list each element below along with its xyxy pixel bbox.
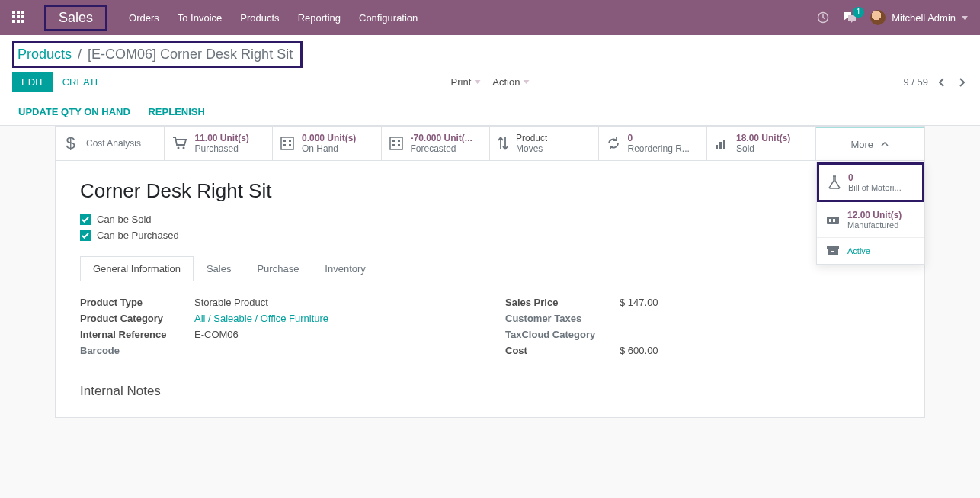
nav-products[interactable]: Products	[240, 12, 279, 24]
stat-buttons: $ Cost Analysis 11.00 Unit(s)Purchased 0…	[55, 126, 925, 160]
more-manufactured[interactable]: 12.00 Unit(s)Manufactured	[817, 202, 924, 238]
tab-purchase[interactable]: Purchase	[244, 256, 312, 281]
checkbox-icon	[80, 214, 91, 225]
breadcrumb-sep: /	[78, 47, 82, 63]
value-product-type: Storable Product	[194, 297, 268, 308]
chevron-down-icon	[523, 80, 529, 84]
svg-rect-12	[392, 144, 395, 146]
archive-icon	[826, 246, 840, 256]
cart-icon	[172, 137, 187, 150]
svg-rect-5	[283, 140, 286, 142]
tab-general-info[interactable]: General Information	[80, 256, 194, 281]
refresh-icon	[607, 137, 620, 150]
exchange-icon	[498, 136, 508, 151]
building-icon	[389, 137, 403, 150]
chat-badge: 1	[853, 7, 865, 18]
messaging-icon[interactable]: 1	[843, 11, 857, 24]
edit-button[interactable]: EDIT	[12, 72, 53, 92]
value-internal-reference: E-COM06	[194, 329, 239, 340]
chevron-down-icon	[962, 16, 968, 20]
replenish-button[interactable]: REPLENISH	[148, 106, 204, 117]
label-taxcloud: TaxCloud Category	[505, 329, 620, 340]
more-bom[interactable]: 0Bill of Materi...	[817, 162, 924, 202]
svg-rect-11	[398, 140, 400, 142]
topbar-right: 1 Mitchell Admin	[817, 10, 968, 25]
app-brand[interactable]: Sales	[44, 5, 107, 31]
topbar: Sales Orders To Invoice Products Reporti…	[0, 0, 980, 35]
value-product-category[interactable]: All / Saleable / Office Furniture	[194, 313, 328, 324]
label-internal-reference: Internal Reference	[80, 329, 194, 340]
apps-icon[interactable]	[12, 11, 26, 24]
stat-sold[interactable]: 18.00 Unit(s)Sold	[707, 127, 816, 160]
check-can-be-purchased: Can be Purchased	[80, 230, 900, 241]
nav-reporting[interactable]: Reporting	[298, 12, 341, 24]
stat-on-hand[interactable]: 0.000 Unit(s)On Hand	[273, 127, 382, 160]
svg-rect-10	[392, 140, 395, 142]
nav-configuration[interactable]: Configuration	[359, 12, 418, 24]
svg-rect-14	[716, 145, 718, 149]
more-active[interactable]: Active	[817, 238, 924, 264]
stat-reordering[interactable]: 0Reordering R...	[599, 127, 708, 160]
svg-text:$: $	[66, 135, 75, 152]
breadcrumb-current: [E-COM06] Corner Desk Right Sit	[88, 47, 293, 63]
check-can-be-sold: Can be Sold	[80, 214, 900, 225]
stat-product-moves[interactable]: ProductMoves	[490, 127, 599, 160]
stat-more[interactable]: More	[816, 127, 925, 160]
nav-orders[interactable]: Orders	[129, 12, 159, 24]
label-sales-price: Sales Price	[505, 297, 620, 308]
dollar-icon: $	[63, 135, 78, 152]
flask-icon	[828, 175, 841, 189]
action-dropdown[interactable]: Action	[492, 76, 529, 88]
svg-rect-4	[281, 137, 293, 149]
svg-rect-19	[833, 219, 835, 222]
chevron-down-icon	[474, 80, 480, 84]
svg-rect-7	[283, 144, 286, 146]
action-bar: UPDATE QTY ON HAND REPLENISH	[0, 98, 980, 126]
nav-to-invoice[interactable]: To Invoice	[178, 12, 223, 24]
label-customer-taxes: Customer Taxes	[505, 313, 620, 324]
tab-inventory[interactable]: Inventory	[312, 256, 378, 281]
print-dropdown[interactable]: Print	[451, 76, 481, 88]
bars-icon	[715, 137, 729, 149]
tab-sales[interactable]: Sales	[194, 256, 245, 281]
stat-purchased[interactable]: 11.00 Unit(s)Purchased	[165, 127, 274, 160]
form-sheet: Corner Desk Right Sit Can be Sold Can be…	[55, 160, 925, 418]
breadcrumb: Products / [E-COM06] Corner Desk Right S…	[12, 41, 303, 68]
pager-next[interactable]	[956, 75, 968, 90]
label-product-category: Product Category	[80, 313, 194, 324]
label-barcode: Barcode	[80, 345, 194, 356]
svg-rect-22	[831, 251, 834, 252]
wrench-icon	[826, 214, 840, 225]
update-qty-button[interactable]: UPDATE QTY ON HAND	[18, 106, 130, 117]
create-button[interactable]: CREATE	[62, 76, 102, 88]
user-name: Mitchell Admin	[892, 12, 956, 24]
svg-rect-6	[289, 140, 291, 142]
avatar	[870, 10, 886, 25]
main-nav: Orders To Invoice Products Reporting Con…	[129, 12, 418, 24]
form-fields: Product TypeStorable Product Product Cat…	[80, 297, 900, 361]
product-title: Corner Desk Right Sit	[80, 179, 900, 203]
pager: 9 / 59	[903, 75, 968, 90]
stat-forecasted[interactable]: -70.000 Unit(...Forecasted	[382, 127, 491, 160]
activity-icon[interactable]	[817, 11, 829, 24]
svg-rect-9	[390, 137, 402, 149]
svg-point-3	[182, 147, 184, 149]
stat-cost-analysis[interactable]: $ Cost Analysis	[56, 127, 165, 160]
pager-text: 9 / 59	[903, 76, 928, 88]
label-product-type: Product Type	[80, 297, 194, 308]
svg-point-2	[177, 147, 179, 149]
svg-rect-21	[828, 249, 838, 255]
svg-rect-18	[829, 219, 831, 222]
checkbox-icon	[80, 230, 91, 241]
svg-rect-15	[719, 142, 722, 149]
pager-prev[interactable]	[936, 75, 948, 90]
control-panel: Products / [E-COM06] Corner Desk Right S…	[0, 35, 980, 98]
label-cost: Cost	[505, 345, 620, 356]
svg-rect-20	[827, 246, 839, 249]
more-menu: 0Bill of Materi... 12.00 Unit(s)Manufact…	[816, 162, 925, 265]
chevron-up-icon	[881, 142, 889, 146]
user-menu[interactable]: Mitchell Admin	[870, 10, 968, 25]
breadcrumb-products[interactable]: Products	[18, 47, 72, 63]
building-icon	[280, 137, 294, 150]
value-cost: $ 600.00	[620, 345, 658, 356]
